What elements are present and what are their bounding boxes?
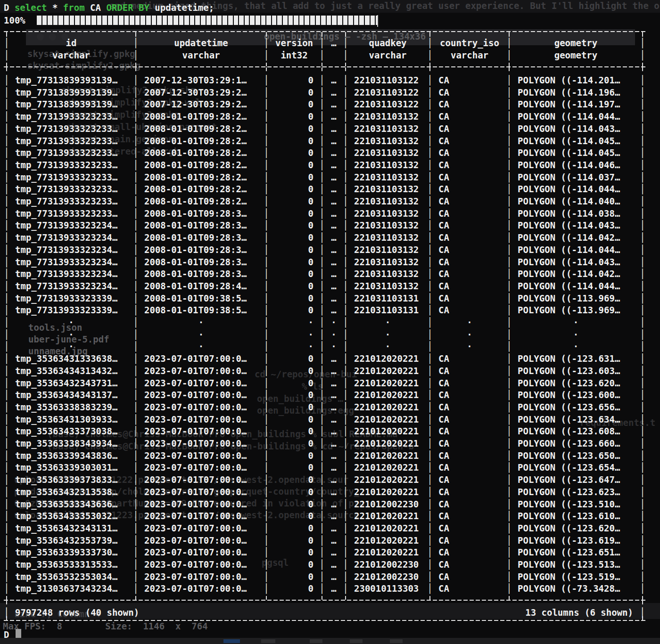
cell-country_iso: CA <box>433 110 506 122</box>
column-separator: │ <box>640 74 645 86</box>
column-separator: │ <box>640 437 645 449</box>
column-separator: │ <box>319 510 325 522</box>
column-separator: │ <box>427 195 433 207</box>
column-separator: │ <box>319 98 325 110</box>
column-separator: │ <box>4 304 9 316</box>
table-row: │tmp_77313933323339…│2008-01-01T09:38:5…… <box>4 304 645 316</box>
cell-updatetime: 2023-07-01T07:00:0… <box>139 498 264 510</box>
column-separator: │ <box>4 558 9 571</box>
table-row: │tmp_35363431303933…│2023-07-01T07:00:0…… <box>4 413 645 425</box>
column-separator: │ <box>343 37 348 49</box>
cell-geometry: POLYGON ((-123.510… <box>512 498 640 510</box>
table-border-junction <box>429 63 430 66</box>
cell-updatetime: 2008-01-01T09:28:2… <box>139 159 264 171</box>
sql-text: updatetime; <box>149 2 214 13</box>
cell-version: 0 <box>269 122 319 135</box>
column-separator: │ <box>319 304 325 316</box>
cell-country_iso: CA <box>433 582 506 595</box>
column-separator: │ <box>640 486 645 498</box>
column-separator: │ <box>4 171 9 183</box>
column-separator: │ <box>343 304 348 316</box>
cell-id: tmp_77313933323234… <box>9 268 133 280</box>
column-separator: │ <box>264 195 269 207</box>
cell-geometry: POLYGON ((-123.623… <box>512 486 640 498</box>
column-separator: │ <box>133 74 139 86</box>
table-border-junction <box>322 67 322 71</box>
cell-updatetime: 2008-01-01T09:28:2… <box>139 135 264 147</box>
column-separator: │ <box>506 280 512 292</box>
table-row: │tmp_35363434313432…│2023-07-01T07:00:0…… <box>4 365 645 377</box>
column-separator: │ <box>640 171 645 183</box>
cell-quadkey: 221012020221 <box>348 522 427 534</box>
cell-country_iso: CA <box>433 159 506 171</box>
column-separator: │ <box>319 256 325 268</box>
cell-updatetime: 2023-07-01T07:00:0… <box>139 510 264 522</box>
cell-quadkey: 221012020221 <box>348 437 427 449</box>
column-separator: │ <box>506 461 512 473</box>
cell-id: · <box>9 328 133 341</box>
column-separator: │ <box>343 425 348 437</box>
column-separator: │ <box>4 401 9 413</box>
column-separator: │ <box>506 510 512 522</box>
cell-version: 0 <box>269 352 319 365</box>
cell-quadkey: 221012020221 <box>348 377 427 389</box>
column-separator: │ <box>427 352 433 365</box>
cell-geometry: POLYGON ((-114.196… <box>512 86 640 98</box>
column-separator: │ <box>4 340 9 352</box>
column-separator: │ <box>319 534 325 546</box>
column-separator: │ <box>319 195 325 207</box>
cell-geometry: POLYGON ((-113.969… <box>512 304 640 316</box>
column-separator: │ <box>4 292 9 304</box>
cell-geometry: POLYGON ((-123.603… <box>512 365 640 377</box>
cell-updatetime: 2008-01-01T09:28:2… <box>139 110 264 122</box>
column-separator: │ <box>319 340 325 352</box>
column-separator: │ <box>427 486 433 498</box>
column-separator: │ <box>133 461 139 473</box>
cell-version: 0 <box>269 292 319 304</box>
table-border-junction <box>509 63 510 66</box>
cell-id: tmp_35363533343636… <box>9 498 133 510</box>
terminal-window[interactable]: and medium-sized things, that all add to… <box>0 0 660 644</box>
table-row: │tmp_35363339343836…│2023-07-01T07:00:0…… <box>4 449 645 462</box>
cell-id: tmp_35363432313538… <box>9 486 133 498</box>
column-separator: │ <box>264 571 269 583</box>
column-separator: │ <box>427 413 433 425</box>
cell-ellipsis: … <box>325 159 343 171</box>
column-separator: │ <box>319 122 325 135</box>
column-separator: │ <box>427 401 433 413</box>
cell-country_iso: CA <box>433 522 506 534</box>
column-separator: │ <box>4 316 9 328</box>
column-separator: │ <box>506 147 512 159</box>
column-separator: │ <box>506 195 512 207</box>
table-border-junction <box>266 32 267 37</box>
column-separator: │ <box>343 171 348 183</box>
cell-ellipsis: … <box>325 231 343 244</box>
cell-geometry: POLYGON ((-123.634… <box>512 413 640 425</box>
cell-updatetime: 2008-01-01T09:28:3… <box>139 256 264 268</box>
column-separator: │ <box>4 195 9 207</box>
background-window-text: skysat-simplify2.gpkg <box>27 60 140 71</box>
column-separator: │ <box>133 328 139 341</box>
column-separator: │ <box>133 486 139 498</box>
table-border-junction <box>642 596 643 600</box>
cell-geometry: POLYGON ((-123.656… <box>512 401 640 413</box>
column-separator: │ <box>133 546 139 558</box>
table-border-junction <box>135 63 136 66</box>
column-separator: │ <box>427 546 433 558</box>
column-separator: │ <box>640 98 645 110</box>
column-separator: │ <box>506 49 512 61</box>
table-border-junction <box>135 596 136 600</box>
header-row-names: │id│updatetime│version│…│quadkey│country… <box>4 37 645 49</box>
table-row: │tmp_77313933323233…│2008-01-01T09:28:2…… <box>4 135 645 147</box>
table-row: │tmp_77313933323233…│2008-01-01T09:28:2…… <box>4 183 645 195</box>
table-border-junction <box>6 601 7 604</box>
cell-id: tmp_77313933323233… <box>9 122 133 135</box>
column-separator: │ <box>640 365 645 377</box>
column-separator: │ <box>427 37 433 49</box>
column-separator: │ <box>264 340 269 352</box>
cell-geometry: · <box>512 316 640 328</box>
cell-version: 0 <box>269 498 319 510</box>
cell-quadkey: 221031103132 <box>348 147 427 159</box>
column-separator: │ <box>264 98 269 110</box>
column-separator: │ <box>264 37 269 49</box>
